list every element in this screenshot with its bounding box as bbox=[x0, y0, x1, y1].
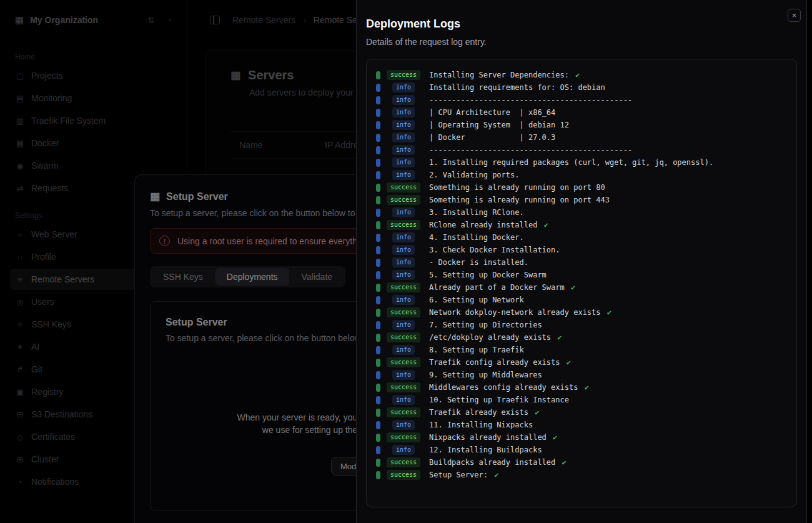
log-badge-column: info bbox=[389, 170, 418, 180]
log-level-badge: info bbox=[392, 145, 415, 155]
log-text: Already part of a Docker Swarm ✔ bbox=[429, 283, 575, 292]
log-text: | Operating System | debian 12 bbox=[429, 121, 569, 129]
log-badge-column: success bbox=[389, 432, 418, 442]
log-level-badge: success bbox=[387, 70, 420, 80]
close-icon[interactable]: × bbox=[788, 9, 801, 22]
log-row: success Setup Server: ✔ bbox=[376, 469, 787, 481]
log-row: info 11. Installing Nixpacks bbox=[376, 419, 787, 431]
logs-modal-title: Deployment Logs bbox=[366, 17, 797, 31]
log-badge-column: info bbox=[389, 95, 418, 105]
log-row: info | Operating System | debian 12 bbox=[376, 119, 787, 131]
log-level-bar bbox=[376, 321, 380, 329]
log-level-bar bbox=[376, 409, 380, 417]
log-level-badge: success bbox=[387, 332, 420, 342]
log-badge-column: success bbox=[389, 407, 418, 417]
log-level-badge: success bbox=[387, 182, 420, 192]
log-badge-column: info bbox=[389, 345, 418, 355]
log-badge-column: success bbox=[389, 382, 418, 392]
log-text: 11. Installing Nixpacks bbox=[429, 421, 533, 429]
log-badge-column: info bbox=[389, 207, 418, 217]
log-level-bar bbox=[376, 446, 380, 454]
log-badge-column: info bbox=[389, 270, 418, 280]
log-level-badge: info bbox=[392, 132, 415, 142]
log-badge-column: info bbox=[389, 107, 418, 117]
log-level-badge: success bbox=[387, 220, 420, 230]
log-badge-column: info bbox=[389, 132, 418, 142]
log-level-badge: info bbox=[392, 345, 415, 355]
log-level-badge: info bbox=[392, 107, 415, 117]
log-badge-column: success bbox=[389, 70, 418, 80]
log-badge-column: success bbox=[389, 332, 418, 342]
log-row: success /etc/dokploy already exists ✔ bbox=[376, 331, 787, 344]
log-text: Something is already running on port 443 bbox=[429, 196, 610, 204]
log-badge-column: info bbox=[389, 295, 418, 305]
log-row: info 7. Setting up Directories bbox=[376, 319, 787, 331]
log-row: info 10. Setting up Traefik Instance bbox=[376, 394, 787, 406]
log-level-badge: success bbox=[387, 457, 420, 467]
log-text: RClone already installed ✔ bbox=[429, 221, 548, 229]
log-level-badge: success bbox=[387, 307, 420, 317]
logs-modal-subtitle: Details of the request log entry. bbox=[366, 37, 797, 47]
log-level-badge: info bbox=[392, 120, 415, 130]
log-row: info 9. Setting up Middlewares bbox=[376, 369, 787, 381]
log-text: ----------------------------------------… bbox=[429, 96, 632, 104]
log-level-badge: success bbox=[387, 282, 420, 292]
log-row: success RClone already installed ✔ bbox=[376, 219, 787, 231]
log-badge-column: success bbox=[389, 220, 418, 230]
log-text: Traefik already exists ✔ bbox=[429, 408, 539, 417]
log-row: info 8. Setting up Traefik bbox=[376, 344, 787, 356]
log-level-bar bbox=[376, 221, 380, 229]
log-level-badge: info bbox=[392, 270, 415, 280]
log-badge-column: info bbox=[389, 370, 418, 380]
log-text: 6. Setting up Network bbox=[429, 296, 524, 304]
log-row: success Buildpacks already installed ✔ bbox=[376, 456, 787, 469]
log-row: info 1. Installing required packages (cu… bbox=[376, 156, 787, 169]
log-badge-column: info bbox=[389, 157, 418, 167]
log-text: 8. Setting up Traefik bbox=[429, 346, 524, 354]
log-level-badge: success bbox=[387, 357, 420, 367]
log-text: | Docker | 27.0.3 bbox=[429, 133, 555, 142]
log-row: info -----------------------------------… bbox=[376, 144, 787, 156]
log-row: info | CPU Architecture | x86_64 bbox=[376, 106, 787, 119]
log-text: 9. Setting up Middlewares bbox=[429, 371, 542, 379]
log-level-badge: info bbox=[392, 157, 415, 167]
log-level-badge: info bbox=[392, 445, 415, 455]
log-level-bar bbox=[376, 309, 380, 317]
log-level-bar bbox=[376, 346, 380, 354]
log-row: info 2. Validating ports. bbox=[376, 169, 787, 181]
log-level-bar bbox=[376, 234, 380, 242]
log-badge-column: info bbox=[389, 445, 418, 455]
log-row: success Already part of a Docker Swarm ✔ bbox=[376, 281, 787, 294]
log-level-bar bbox=[376, 296, 380, 304]
log-level-bar bbox=[376, 371, 380, 379]
log-level-bar bbox=[376, 196, 380, 204]
log-text: ----------------------------------------… bbox=[429, 146, 632, 154]
log-row: success Something is already running on … bbox=[376, 181, 787, 194]
log-badge-column: info bbox=[389, 120, 418, 130]
log-level-badge: success bbox=[387, 382, 420, 392]
log-row: info -----------------------------------… bbox=[376, 94, 787, 106]
log-level-badge: info bbox=[392, 232, 415, 242]
log-text: Setup Server: ✔ bbox=[429, 471, 498, 479]
log-row: success Traefik config already exists ✔ bbox=[376, 356, 787, 369]
log-level-bar bbox=[376, 459, 380, 467]
log-level-badge: info bbox=[392, 95, 415, 105]
log-badge-column: info bbox=[389, 82, 418, 92]
log-level-badge: info bbox=[392, 82, 415, 92]
log-level-badge: info bbox=[392, 295, 415, 305]
log-level-badge: info bbox=[392, 370, 415, 380]
log-level-bar bbox=[376, 96, 380, 104]
log-badge-column: info bbox=[389, 245, 418, 255]
log-row: success Nixpacks already installed ✔ bbox=[376, 431, 787, 444]
log-level-badge: success bbox=[387, 432, 420, 442]
log-row: info | Docker | 27.0.3 bbox=[376, 131, 787, 144]
log-level-bar bbox=[376, 271, 380, 279]
deployment-logs-modal: × Deployment Logs Details of the request… bbox=[356, 0, 807, 523]
log-level-badge: success bbox=[387, 195, 420, 205]
log-scroll-area[interactable]: success Installing Server Dependencies: … bbox=[366, 59, 797, 507]
log-row: success Middlewares config already exist… bbox=[376, 381, 787, 394]
log-level-bar bbox=[376, 246, 380, 254]
log-level-badge: success bbox=[387, 470, 420, 480]
log-text: Nixpacks already installed ✔ bbox=[429, 433, 557, 442]
log-level-bar bbox=[376, 209, 380, 217]
